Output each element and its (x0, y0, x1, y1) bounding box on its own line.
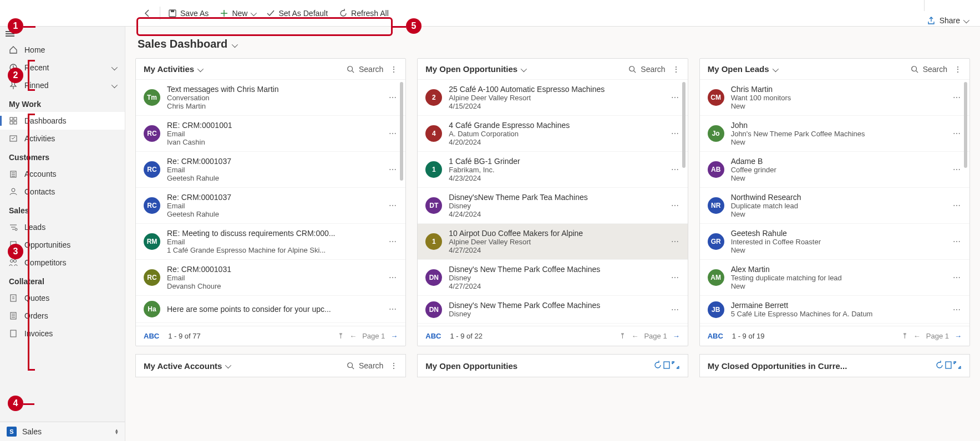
list-item[interactable]: DN Disney's New Theme Park Coffee Machin… (418, 260, 687, 296)
abc-filter[interactable]: ABC (144, 332, 159, 340)
next-page-icon[interactable]: → (390, 332, 398, 340)
row-more-icon[interactable]: ⋯ (388, 129, 398, 138)
row-more-icon[interactable]: ⋯ (952, 165, 962, 174)
next-page-icon[interactable]: → (673, 332, 680, 340)
prev-page-icon[interactable]: ← (349, 332, 357, 340)
page-title[interactable]: Sales Dashboard (138, 38, 970, 50)
prev-page-icon[interactable]: ← (631, 332, 638, 340)
area-switcher[interactable]: S Sales ▴▾ (0, 422, 125, 441)
nav-orders[interactable]: Orders (0, 307, 125, 325)
row-more-icon[interactable]: ⋯ (670, 93, 680, 102)
more-icon[interactable]: ⋮ (954, 65, 962, 74)
prev-page-icon[interactable]: ← (913, 332, 921, 340)
list-item[interactable]: AM Alex Martin Testing duplicate matchin… (700, 260, 969, 296)
row-more-icon[interactable]: ⋯ (388, 165, 398, 174)
abc-filter[interactable]: ABC (425, 332, 441, 340)
nav-home[interactable]: Home (0, 41, 125, 59)
row-more-icon[interactable]: ⋯ (670, 273, 680, 282)
search-button[interactable]: Search (911, 65, 947, 74)
row-more-icon[interactable]: ⋯ (388, 237, 398, 246)
chevron-down-icon[interactable] (197, 65, 202, 74)
abc-filter[interactable]: ABC (708, 332, 723, 340)
card-footer: ABC 1 - 9 of 77 ⤒ ← Page 1 → (136, 326, 405, 346)
more-icon[interactable]: ⋮ (390, 65, 398, 74)
nav-activities[interactable]: Activities (0, 130, 125, 147)
chevron-down-icon[interactable] (773, 65, 777, 74)
nav-quotes[interactable]: Quotes (0, 289, 125, 307)
row-more-icon[interactable]: ⋯ (952, 237, 962, 246)
row-more-icon[interactable]: ⋯ (952, 93, 962, 102)
nav-dashboards[interactable]: Dashboards (0, 112, 125, 130)
list-item[interactable]: 1 1 Café BG-1 Grinder Fabrikam, Inc. 4/2… (418, 152, 687, 188)
list-item[interactable]: NR Northwind Research Duplicate match le… (700, 188, 969, 224)
nav-invoices[interactable]: Invoices (0, 325, 125, 342)
chevron-down-icon (251, 9, 255, 18)
row-more-icon[interactable]: ⋯ (952, 201, 962, 210)
row-more-icon[interactable]: ⋯ (670, 165, 680, 174)
new-button[interactable]: New (214, 6, 261, 21)
nav-leads[interactable]: Leads (0, 218, 125, 236)
next-page-icon[interactable]: → (954, 332, 962, 340)
list-item[interactable]: Jo John John's New Theme Park Coffee Mac… (700, 116, 969, 152)
card-title[interactable]: My Open Opportunities (425, 64, 517, 74)
refresh-icon[interactable] (653, 361, 662, 371)
expand-icon[interactable] (671, 361, 680, 371)
more-icon[interactable]: ⋮ (390, 361, 398, 370)
records-icon[interactable] (662, 361, 671, 371)
list-item[interactable]: DT Disney'sNew Theme Park Tea Machines D… (418, 188, 687, 224)
card-title[interactable]: My Active Accounts (144, 361, 222, 371)
share-button[interactable]: Share (922, 13, 973, 28)
search-button[interactable]: Search (628, 65, 665, 74)
list-item[interactable]: GR Geetesh Rahule Interested in Coffee R… (700, 224, 969, 260)
more-icon[interactable]: ⋮ (672, 65, 680, 74)
list-item[interactable]: CM Chris Martin Want 100 monitors New ⋯ (700, 80, 969, 116)
list-item[interactable]: RC RE: CRM:0001001 Email Ivan Cashin ⋯ (136, 116, 405, 152)
back-button[interactable] (138, 6, 158, 21)
card-title[interactable]: My Open Leads (708, 64, 769, 74)
row-more-icon[interactable]: ⋯ (388, 93, 398, 102)
row-more-icon[interactable]: ⋯ (670, 237, 680, 246)
row-more-icon[interactable]: ⋯ (670, 305, 680, 314)
row-title: Disney's New Theme Park Coffee Machines (449, 265, 663, 274)
card-closed-opportunities: My Closed Opportunities in Curre... (699, 354, 970, 377)
row-subtitle: Email (167, 202, 381, 210)
section-sales: Sales (0, 201, 125, 218)
list-item[interactable]: 1 10 Airpot Duo Coffee Makers for Alpine… (418, 224, 687, 260)
first-page-icon[interactable]: ⤒ (902, 332, 908, 340)
row-more-icon[interactable]: ⋯ (388, 273, 398, 282)
nav-contacts[interactable]: Contacts (0, 183, 125, 201)
row-more-icon[interactable]: ⋯ (670, 129, 680, 138)
save-as-button[interactable]: Save As (163, 6, 214, 21)
row-more-icon[interactable]: ⋯ (670, 201, 680, 210)
list-item[interactable]: Ha Here are some points to consider for … (136, 296, 405, 323)
row-more-icon[interactable]: ⋯ (952, 273, 962, 282)
list-item[interactable]: RC Re: CRM:0001037 Email Geetesh Rahule … (136, 152, 405, 188)
row-more-icon[interactable]: ⋯ (388, 305, 398, 314)
refresh-icon[interactable] (935, 361, 944, 371)
row-more-icon[interactable]: ⋯ (388, 201, 398, 210)
list-item[interactable]: 4 4 Café Grande Espresso Machines A. Dat… (418, 116, 687, 152)
card-title[interactable]: My Activities (144, 64, 194, 74)
chevron-down-icon[interactable] (521, 65, 525, 74)
refresh-all-button[interactable]: Refresh All (333, 6, 394, 21)
list-item[interactable]: JB Jermaine Berrett 5 Café Lite Espresso… (700, 296, 969, 324)
search-button[interactable]: Search (347, 65, 383, 74)
first-page-icon[interactable]: ⤒ (338, 332, 344, 340)
list-item[interactable]: DN Disney's New Theme Park Coffee Machin… (418, 296, 687, 324)
search-button[interactable]: Search (347, 361, 383, 370)
records-icon[interactable] (944, 361, 953, 371)
set-default-button[interactable]: Set As Default (261, 6, 333, 21)
list-item[interactable]: Tm Text messages with Chris Martin Conve… (136, 80, 405, 116)
nav-accounts[interactable]: Accounts (0, 165, 125, 183)
row-title: Re: CRM:0001037 (167, 193, 381, 202)
list-item[interactable]: RM RE: Meeting to discuss requirements C… (136, 224, 405, 260)
list-item[interactable]: RC Re: CRM:0001031 Email Devansh Choure … (136, 260, 405, 296)
list-item[interactable]: AB Adame B Coffee grinder New ⋯ (700, 152, 969, 188)
row-more-icon[interactable]: ⋯ (952, 129, 962, 138)
first-page-icon[interactable]: ⤒ (620, 332, 626, 340)
list-item[interactable]: 2 25 Café A-100 Automatic Espresso Machi… (418, 80, 687, 116)
chevron-down-icon[interactable] (225, 361, 230, 370)
list-item[interactable]: RC Re: CRM:0001037 Email Geetesh Rahule … (136, 188, 405, 224)
expand-icon[interactable] (953, 361, 962, 371)
row-more-icon[interactable]: ⋯ (952, 305, 962, 314)
